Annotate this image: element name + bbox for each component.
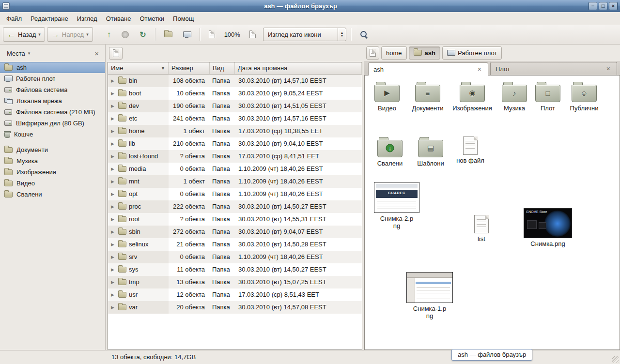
- sidebar-item-downloads[interactable]: Свалени: [0, 189, 105, 200]
- titlebar[interactable]: ash — файлов браузър − □ ×: [0, 0, 620, 12]
- icon-item-public[interactable]: ☺ Публични: [564, 81, 604, 112]
- expander-icon[interactable]: ▶: [111, 75, 116, 87]
- minimize-button[interactable]: −: [589, 2, 597, 10]
- table-row[interactable]: ▶ root ? обекта Папка 30.03.2010 (вт) 14…: [108, 213, 362, 226]
- path-button-home[interactable]: home: [381, 46, 407, 60]
- expander-icon[interactable]: ▶: [111, 87, 116, 100]
- view-mode-stepper[interactable]: ▲ ▼: [338, 28, 346, 41]
- expander-icon[interactable]: ▶: [111, 137, 116, 150]
- tab-close-icon[interactable]: ×: [476, 65, 483, 73]
- expander-icon[interactable]: ▶: [111, 163, 116, 175]
- computer-button[interactable]: [179, 27, 195, 42]
- table-row[interactable]: ▶ media 0 обекта Папка 1.10.2009 (чт) 18…: [108, 163, 362, 175]
- expander-icon[interactable]: ▶: [111, 288, 116, 301]
- table-row[interactable]: ▶ bin 108 обекта Папка 30.03.2010 (вт) 1…: [108, 75, 362, 87]
- expander-icon[interactable]: ▶: [111, 276, 116, 288]
- expander-icon[interactable]: ▶: [111, 200, 116, 213]
- table-row[interactable]: ▶ lib 210 обекта Папка 30.03.2010 (вт) 9…: [108, 137, 362, 150]
- sidebar-item-encrypted[interactable]: Шифриран дял (80 GB): [0, 118, 105, 129]
- column-header-type[interactable]: Вид: [210, 62, 235, 74]
- expander-icon[interactable]: ▶: [111, 100, 116, 112]
- menu-file[interactable]: Файл: [2, 13, 26, 24]
- table-row[interactable]: ▶ mnt 1 обект Папка 1.10.2009 (чт) 18,40…: [108, 175, 362, 188]
- table-row[interactable]: ▶ srv 0 обекта Папка 1.10.2009 (чт) 18,4…: [108, 251, 362, 263]
- icon-item-snimka1[interactable]: Снимка-1.png: [404, 272, 455, 319]
- path-button-desktop[interactable]: Работен плот: [442, 46, 502, 60]
- forward-button[interactable]: → Напред ▾: [47, 27, 93, 42]
- table-row[interactable]: ▶ usr 12 обекта Папка 17.03.2010 (ср) 8,…: [108, 288, 362, 301]
- table-row[interactable]: ▶ sbin 272 обекта Папка 30.03.2010 (вт) …: [108, 226, 362, 238]
- close-button[interactable]: ×: [609, 2, 618, 10]
- expander-icon[interactable]: ▶: [111, 188, 116, 200]
- column-header-date[interactable]: Дата на промяна: [235, 62, 362, 74]
- expander-icon[interactable]: ▶: [111, 150, 116, 163]
- table-row[interactable]: ▶ var 20 обекта Папка 30.03.2010 (вт) 14…: [108, 301, 362, 314]
- table-row[interactable]: ▶ lost+found ? обекта Папка 17.03.2010 (…: [108, 150, 362, 163]
- sidebar-mode-select[interactable]: Места ▾: [4, 48, 33, 59]
- expander-icon[interactable]: ▶: [111, 112, 116, 125]
- icon-item-video[interactable]: ▶ Видео: [369, 81, 405, 112]
- icon-item-snimka[interactable]: GNOME Store Снимка.png: [521, 208, 575, 247]
- table-row[interactable]: ▶ proc 222 обекта Папка 30.03.2010 (вт) …: [108, 200, 362, 213]
- resize-grip[interactable]: [612, 356, 619, 363]
- back-dropdown-icon[interactable]: ▾: [38, 32, 41, 37]
- sidebar-item-trash[interactable]: Кошче: [0, 129, 105, 140]
- icon-item-documents[interactable]: ≡ Документи: [407, 81, 448, 112]
- sidebar-close-button[interactable]: ×: [92, 49, 101, 58]
- sidebar-item-filesystem[interactable]: Файлова система: [0, 84, 105, 95]
- pane-location-button[interactable]: [109, 47, 123, 60]
- expander-icon[interactable]: ▶: [111, 175, 116, 188]
- sidebar-item-pictures[interactable]: Изображения: [0, 167, 105, 178]
- expander-icon[interactable]: ▶: [111, 213, 116, 226]
- zoom-in-button[interactable]: [245, 27, 260, 42]
- sidebar-item-network[interactable]: Локална мрежа: [0, 95, 105, 106]
- back-button[interactable]: ← Назад ▾: [3, 27, 45, 42]
- column-header-name[interactable]: Име ▼: [108, 62, 169, 74]
- sidebar-item-ash[interactable]: ash: [0, 62, 105, 73]
- icon-item-list[interactable]: list: [465, 215, 498, 243]
- tab-plot[interactable]: Плот ×: [490, 62, 617, 75]
- menu-view[interactable]: Изглед: [73, 13, 102, 24]
- icon-item-snimka2[interactable]: GUADEC Снимка-2.png: [372, 182, 421, 229]
- search-button[interactable]: [356, 27, 372, 42]
- table-row[interactable]: ▶ etc 241 обекта Папка 30.03.2010 (вт) 1…: [108, 112, 362, 125]
- icon-item-downloads[interactable]: ↓ Свалени: [371, 136, 409, 167]
- reload-button[interactable]: ↻: [135, 27, 150, 42]
- icon-view[interactable]: ▶ Видео ≡ Документи ◉ Изображения ♪ Музи…: [364, 76, 620, 350]
- sidebar-item-desktop[interactable]: Работен плот: [0, 73, 105, 84]
- expander-icon[interactable]: ▶: [111, 263, 116, 276]
- home-button[interactable]: [160, 27, 177, 42]
- up-button[interactable]: ↑: [103, 27, 116, 42]
- zoom-out-button[interactable]: [204, 27, 219, 42]
- table-row[interactable]: ▶ opt 0 обекта Папка 1.10.2009 (чт) 18,4…: [108, 188, 362, 200]
- table-row[interactable]: ▶ home 1 обект Папка 17.03.2010 (ср) 10,…: [108, 125, 362, 137]
- icon-item-pictures[interactable]: ◉ Изображения: [451, 81, 494, 112]
- table-row[interactable]: ▶ dev 190 обекта Папка 30.03.2010 (вт) 1…: [108, 100, 362, 112]
- view-mode-select[interactable]: Изглед като икони ▲ ▼: [263, 28, 346, 41]
- menu-help[interactable]: Помощ: [169, 13, 198, 24]
- sidebar-item-filesystem-210mb[interactable]: Файлова система (210 MB): [0, 106, 105, 118]
- expander-icon[interactable]: ▶: [111, 301, 116, 314]
- expander-icon[interactable]: ▶: [111, 125, 116, 137]
- expander-icon[interactable]: ▶: [111, 238, 116, 251]
- sidebar-item-music[interactable]: Музика: [0, 155, 105, 167]
- sidebar-item-video[interactable]: Видео: [0, 178, 105, 189]
- icon-item-new-file[interactable]: нов файл: [452, 136, 489, 164]
- tab-ash[interactable]: ash ×: [368, 62, 488, 76]
- sidebar-item-documents[interactable]: Документи: [0, 144, 105, 155]
- table-row[interactable]: ▶ sys 11 обекта Папка 30.03.2010 (вт) 14…: [108, 263, 362, 276]
- table-row[interactable]: ▶ tmp 13 обекта Папка 30.03.2010 (вт) 15…: [108, 276, 362, 288]
- tab-close-icon[interactable]: ×: [605, 65, 612, 73]
- maximize-button[interactable]: □: [599, 2, 607, 10]
- stop-button[interactable]: [117, 27, 133, 42]
- menu-go[interactable]: Отиване: [102, 13, 136, 24]
- icon-item-desktop[interactable]: □ Плот: [533, 81, 562, 112]
- column-header-size[interactable]: Размер: [169, 62, 210, 74]
- path-scroll-button[interactable]: [366, 46, 379, 60]
- expander-icon[interactable]: ▶: [111, 251, 116, 263]
- table-row[interactable]: ▶ selinux 21 обекта Папка 30.03.2010 (вт…: [108, 238, 362, 251]
- icon-item-music[interactable]: ♪ Музика: [496, 81, 532, 112]
- path-button-ash[interactable]: ash: [409, 46, 440, 60]
- menu-edit[interactable]: Редактиране: [26, 13, 73, 24]
- icon-item-templates[interactable]: ▤ Шаблони: [411, 136, 450, 167]
